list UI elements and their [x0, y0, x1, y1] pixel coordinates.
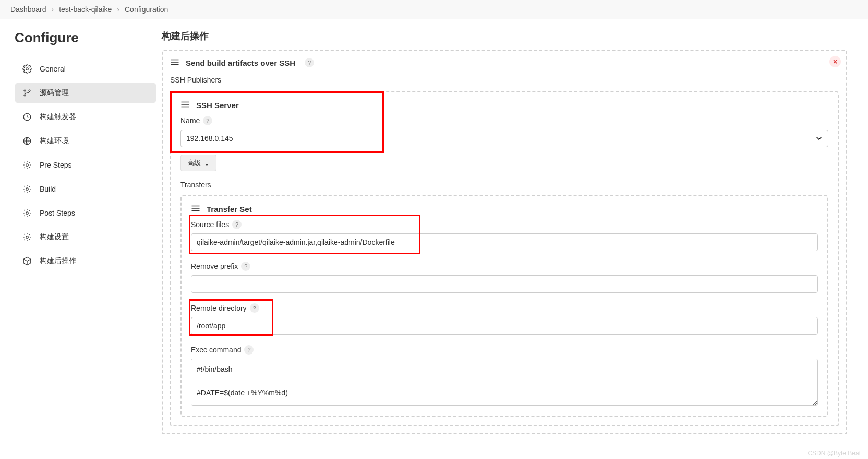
remote-directory-label: Remote directory ?: [191, 303, 818, 313]
sidebar-item-postbuild[interactable]: 构建后操作: [15, 251, 156, 272]
sidebar-item-label: 构建后操作: [40, 256, 76, 266]
transfer-set-block: Transfer Set Source files ? Remove prefi…: [180, 195, 828, 417]
menu-icon[interactable]: [170, 58, 179, 67]
crumb-project[interactable]: test-back-qilaike: [59, 5, 112, 14]
help-icon[interactable]: ?: [203, 116, 212, 125]
sidebar-item-settings[interactable]: 构建设置: [15, 227, 156, 248]
close-icon[interactable]: ×: [829, 56, 841, 67]
source-files-label: Source files ?: [191, 220, 818, 229]
box-icon: [22, 256, 32, 266]
gear-icon: [22, 184, 32, 194]
svg-point-2: [24, 95, 26, 96]
artifacts-title: Send build artifacts over SSH: [186, 58, 295, 67]
sidebar-item-label: 源码管理: [40, 88, 69, 98]
remove-prefix-label: Remove prefix ?: [191, 262, 818, 271]
chevron-right-icon: ›: [117, 5, 119, 14]
sidebar-item-label: General: [40, 65, 66, 73]
sidebar-item-label: 构建设置: [40, 232, 69, 242]
chevron-right-icon: ›: [52, 5, 54, 14]
svg-point-3: [29, 90, 30, 91]
svg-point-1: [24, 90, 26, 91]
exec-command-textarea[interactable]: [191, 359, 818, 406]
advanced-button[interactable]: 高级 ⌄: [180, 155, 216, 171]
name-label: Name ?: [180, 116, 828, 125]
section-title-postbuild: 构建后操作: [162, 30, 847, 42]
sidebar: Configure General 源码管理 构建触发器 构建环境 Pre St…: [0, 19, 162, 445]
remote-directory-input[interactable]: [191, 317, 818, 335]
gear-icon: [22, 208, 32, 218]
branch-icon: [22, 88, 32, 98]
clock-icon: [22, 112, 32, 122]
ssh-artifacts-block: × Send build artifacts over SSH ? SSH Pu…: [162, 50, 847, 434]
source-files-input[interactable]: [191, 233, 818, 251]
sidebar-item-presteps[interactable]: Pre Steps: [15, 155, 156, 175]
help-icon[interactable]: ?: [250, 303, 259, 313]
sidebar-item-env[interactable]: 构建环境: [15, 131, 156, 151]
svg-point-6: [26, 164, 29, 167]
breadcrumb: Dashboard › test-back-qilaike › Configur…: [0, 0, 868, 19]
sidebar-item-label: 构建环境: [40, 136, 69, 146]
ssh-server-name-select[interactable]: 192.168.0.145: [180, 130, 828, 147]
transfers-label: Transfers: [180, 181, 828, 189]
menu-icon[interactable]: [191, 205, 200, 214]
help-icon[interactable]: ?: [244, 345, 254, 355]
sidebar-item-poststeps[interactable]: Post Steps: [15, 203, 156, 223]
exec-command-label: Exec command ?: [191, 345, 818, 355]
crumb-dashboard[interactable]: Dashboard: [10, 5, 46, 14]
sidebar-item-scm[interactable]: 源码管理: [15, 83, 156, 103]
svg-point-0: [26, 68, 29, 70]
sidebar-item-build[interactable]: Build: [15, 179, 156, 199]
svg-point-8: [26, 212, 29, 215]
sidebar-item-label: 构建触发器: [40, 112, 76, 122]
chevron-down-icon: ⌄: [204, 159, 210, 167]
sidebar-item-triggers[interactable]: 构建触发器: [15, 107, 156, 127]
page-title: Configure: [15, 30, 156, 46]
gear-icon: [22, 232, 32, 242]
remove-prefix-input[interactable]: [191, 275, 818, 293]
help-icon[interactable]: ?: [305, 58, 314, 67]
transfer-set-title: Transfer Set: [207, 205, 252, 214]
ssh-server-title: SSH Server: [196, 101, 239, 110]
gear-icon: [22, 64, 32, 74]
globe-icon: [22, 136, 32, 146]
sidebar-item-label: Pre Steps: [40, 161, 71, 169]
menu-icon[interactable]: [180, 101, 190, 110]
ssh-publishers-label: SSH Publishers: [170, 76, 839, 84]
svg-point-7: [26, 188, 29, 191]
svg-point-9: [26, 236, 29, 239]
help-icon[interactable]: ?: [232, 220, 242, 229]
gear-icon: [22, 160, 32, 170]
sidebar-item-label: Post Steps: [40, 209, 75, 217]
crumb-configuration[interactable]: Configuration: [125, 5, 168, 14]
help-icon[interactable]: ?: [241, 262, 250, 271]
ssh-server-block: SSH Server Name ? 192.168.0.145 高级 ⌄ Tra…: [170, 91, 839, 426]
sidebar-item-general[interactable]: General: [15, 58, 156, 79]
sidebar-item-label: Build: [40, 185, 56, 193]
main-content: 构建后操作 × Send build artifacts over SSH ? …: [162, 19, 868, 445]
